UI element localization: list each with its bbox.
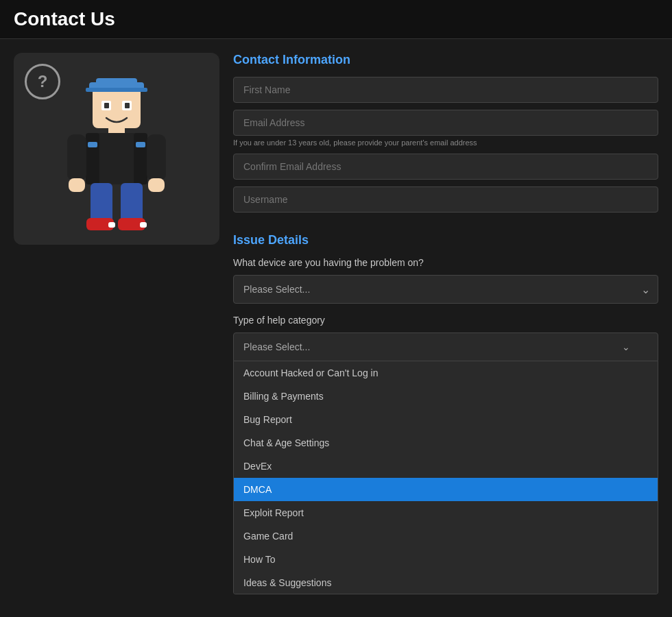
svg-rect-13 [136, 142, 145, 147]
confirm-email-input[interactable] [233, 154, 658, 180]
dropdown-selected-display[interactable]: Please Select... ⌄ [233, 332, 658, 361]
svg-rect-22 [108, 222, 115, 228]
dropdown-selected-text: Please Select... [243, 341, 310, 352]
avatar [62, 77, 171, 234]
svg-rect-7 [125, 103, 130, 108]
email-input[interactable] [233, 110, 658, 136]
dropdown-item[interactable]: Ideas & Suggestions [234, 571, 658, 594]
svg-rect-14 [67, 134, 86, 181]
dropdown-chevron-icon: ⌄ [622, 341, 630, 352]
issue-details-section: Issue Details What device are you having… [233, 233, 658, 594]
username-input[interactable] [233, 186, 658, 213]
page-title: Contact Us [0, 0, 672, 39]
svg-rect-3 [86, 88, 147, 92]
device-select-wrapper[interactable]: Please Select... ⌄ [233, 275, 658, 304]
device-question-label: What device are you having the problem o… [233, 257, 658, 268]
svg-rect-23 [140, 222, 147, 228]
svg-rect-10 [86, 133, 99, 184]
svg-rect-2 [96, 78, 137, 88]
avatar-panel: ? [14, 53, 219, 245]
dropdown-item[interactable]: Billing & Payments [234, 385, 658, 408]
svg-rect-6 [104, 103, 109, 108]
svg-rect-11 [134, 133, 147, 184]
dropdown-item[interactable]: DevEx [234, 455, 658, 478]
device-select[interactable]: Please Select... [233, 275, 658, 304]
contact-info-title: Contact Information [233, 53, 658, 67]
email-hint: If you are under 13 years old, please pr… [233, 138, 658, 147]
issue-details-title: Issue Details [233, 233, 658, 247]
dropdown-list: Account Hacked or Can't Log inBilling & … [233, 361, 658, 594]
dropdown-item[interactable]: Account Hacked or Can't Log in [234, 361, 658, 385]
dropdown-item[interactable]: Exploit Report [234, 501, 658, 524]
help-category-dropdown[interactable]: Please Select... ⌄ Account Hacked or Can… [233, 332, 658, 594]
dropdown-item[interactable]: Chat & Age Settings [234, 431, 658, 455]
type-of-help-label: Type of help category [233, 315, 658, 326]
svg-rect-12 [88, 142, 97, 147]
svg-rect-17 [148, 178, 165, 192]
dropdown-item[interactable]: How To [234, 548, 658, 571]
first-name-input[interactable] [233, 77, 658, 103]
dropdown-item[interactable]: Bug Report [234, 408, 658, 431]
form-panel: Contact Information If you are under 13 … [233, 53, 658, 594]
dropdown-item[interactable]: DMCA [234, 478, 658, 501]
dropdown-item[interactable]: Game Card [234, 524, 658, 548]
svg-rect-16 [69, 178, 85, 192]
svg-rect-15 [147, 134, 166, 181]
question-mark-icon: ? [25, 64, 60, 99]
